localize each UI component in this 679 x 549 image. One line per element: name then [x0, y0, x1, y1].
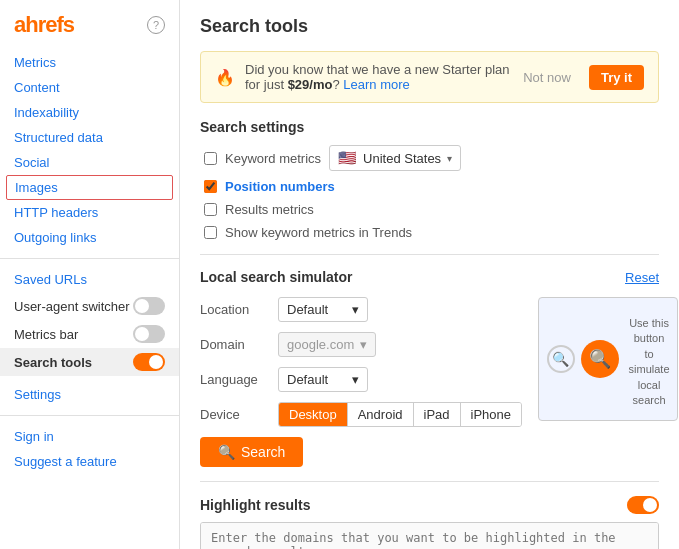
domain-value: google.com	[287, 337, 354, 352]
sidebar-item-search-tools[interactable]: Search tools	[0, 348, 179, 376]
sidebar-item-saved-urls[interactable]: Saved URLs	[0, 267, 179, 292]
sim-icons-row: 🔍 🔍	[547, 340, 619, 378]
location-row: Location Default ▾	[200, 297, 522, 322]
show-keyword-trends-row: Show keyword metrics in Trends	[200, 225, 659, 240]
local-sim-header: Local search simulator Reset	[200, 269, 659, 285]
sidebar-nav-item-indexability[interactable]: Indexability	[0, 100, 179, 125]
highlight-header: Highlight results	[200, 496, 659, 514]
language-select[interactable]: Default ▾	[278, 367, 368, 392]
sim-preview-box: 🔍 🔍 Use this button to simulate local se…	[538, 297, 678, 421]
search-tools-label: Search tools	[14, 355, 92, 370]
sidebar-nav-item-outgoing-links[interactable]: Outgoing links	[0, 225, 179, 250]
language-value: Default	[287, 372, 328, 387]
show-keyword-trends-label: Show keyword metrics in Trends	[225, 225, 412, 240]
results-metrics-checkbox[interactable]	[204, 203, 217, 216]
sidebar-item-metrics-bar[interactable]: Metrics bar	[0, 320, 179, 348]
language-row: Language Default ▾	[200, 367, 522, 392]
sidebar-nav-item-http-headers[interactable]: HTTP headers	[0, 200, 179, 225]
sim-form: Location Default ▾ Domain google.com ▾ L…	[200, 297, 522, 467]
domain-chevron-icon: ▾	[360, 337, 367, 352]
search-button[interactable]: 🔍 Search	[200, 437, 303, 467]
main-content: Search tools 🔥 Did you know that we have…	[180, 0, 679, 549]
logo: ahrefs	[14, 12, 74, 38]
country-selector[interactable]: 🇺🇸 United States ▾	[329, 145, 461, 171]
highlight-title: Highlight results	[200, 497, 310, 513]
location-label: Location	[200, 302, 268, 317]
banner-price: $29/mo	[288, 77, 333, 92]
user-agent-switcher-label: User-agent switcher	[14, 299, 130, 314]
sidebar-nav-item-settings[interactable]: Settings	[0, 382, 179, 407]
sim-layout: Location Default ▾ Domain google.com ▾ L…	[200, 297, 659, 467]
sidebar-nav-item-structured-data[interactable]: Structured data	[0, 125, 179, 150]
domain-row: Domain google.com ▾	[200, 332, 522, 357]
device-btn-iphone[interactable]: iPhone	[461, 403, 521, 426]
not-now-button[interactable]: Not now	[523, 70, 571, 85]
position-numbers-label: Position numbers	[225, 179, 335, 194]
learn-more-link[interactable]: Learn more	[343, 77, 409, 92]
search-tools-toggle[interactable]	[133, 353, 165, 371]
reset-link[interactable]: Reset	[625, 270, 659, 285]
show-keyword-trends-checkbox[interactable]	[204, 226, 217, 239]
search-btn-icon: 🔍	[218, 444, 235, 460]
device-label: Device	[200, 407, 268, 422]
fire-icon: 🔥	[215, 68, 235, 87]
results-metrics-label: Results metrics	[225, 202, 314, 217]
try-it-button[interactable]: Try it	[589, 65, 644, 90]
device-row: Device Desktop Android iPad iPhone	[200, 402, 522, 427]
device-selector: Desktop Android iPad iPhone	[278, 402, 522, 427]
sidebar-divider-2	[0, 415, 179, 416]
section-divider	[200, 254, 659, 255]
position-numbers-checkbox[interactable]	[204, 180, 217, 193]
sidebar-nav-item-sign-in[interactable]: Sign in	[0, 424, 179, 449]
metrics-bar-toggle[interactable]	[133, 325, 165, 343]
banner-text: Did you know that we have a new Starter …	[245, 62, 513, 92]
metrics-bar-label: Metrics bar	[14, 327, 78, 342]
search-settings-title: Search settings	[200, 119, 659, 135]
device-btn-android[interactable]: Android	[348, 403, 414, 426]
logo-area: ahrefs ?	[0, 12, 179, 50]
sidebar-nav-item-metrics[interactable]: Metrics	[0, 50, 179, 75]
location-value: Default	[287, 302, 328, 317]
sidebar-nav-item-social[interactable]: Social	[0, 150, 179, 175]
user-agent-switcher-toggle[interactable]	[133, 297, 165, 315]
banner-text-after: ?	[332, 77, 343, 92]
highlight-domains-input[interactable]	[200, 522, 659, 549]
sidebar-divider-1	[0, 258, 179, 259]
location-select[interactable]: Default ▾	[278, 297, 368, 322]
chevron-down-icon: ▾	[447, 153, 452, 164]
device-btn-desktop[interactable]: Desktop	[279, 403, 348, 426]
sim-box-description: Use this button to simulate local search	[629, 316, 670, 408]
help-icon[interactable]: ?	[147, 16, 165, 34]
country-text: United States	[363, 151, 441, 166]
sidebar-nav-item-suggest-feature[interactable]: Suggest a feature	[0, 449, 179, 474]
location-chevron-icon: ▾	[352, 302, 359, 317]
country-flag: 🇺🇸	[338, 149, 357, 167]
sidebar-nav-item-content[interactable]: Content	[0, 75, 179, 100]
language-chevron-icon: ▾	[352, 372, 359, 387]
sidebar-nav-item-images[interactable]: Images	[6, 175, 173, 200]
search-btn-label: Search	[241, 444, 285, 460]
starter-plan-banner: 🔥 Did you know that we have a new Starte…	[200, 51, 659, 103]
sim-orange-search-button[interactable]: 🔍	[581, 340, 619, 378]
sidebar-item-user-agent-switcher[interactable]: User-agent switcher	[0, 292, 179, 320]
page-title: Search tools	[200, 16, 659, 37]
position-numbers-row: Position numbers	[200, 179, 659, 194]
sim-search-icon: 🔍	[547, 345, 575, 373]
keyword-metrics-checkbox[interactable]	[204, 152, 217, 165]
keyword-metrics-label: Keyword metrics	[225, 151, 321, 166]
device-btn-ipad[interactable]: iPad	[414, 403, 461, 426]
domain-select[interactable]: google.com ▾	[278, 332, 376, 357]
section-divider-2	[200, 481, 659, 482]
keyword-metrics-row: Keyword metrics 🇺🇸 United States ▾	[200, 145, 659, 171]
domain-label: Domain	[200, 337, 268, 352]
sidebar: ahrefs ? Metrics Content Indexability St…	[0, 0, 180, 549]
results-metrics-row: Results metrics	[200, 202, 659, 217]
local-sim-title: Local search simulator	[200, 269, 353, 285]
language-label: Language	[200, 372, 268, 387]
highlight-toggle[interactable]	[627, 496, 659, 514]
